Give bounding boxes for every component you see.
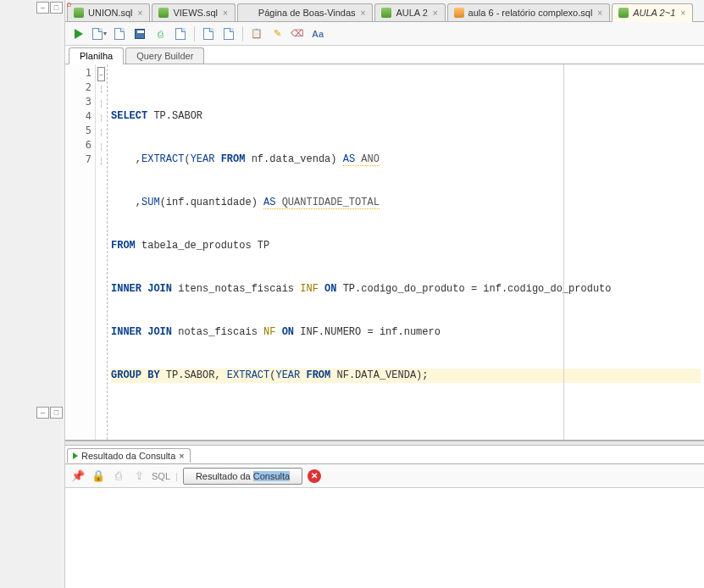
print-icon[interactable]: ⎙	[111, 469, 126, 484]
results-tab[interactable]: Resultado da Consulta ×	[67, 448, 191, 463]
file-tab-strip: UNION.sql × VIEWS.sql × Página de Boas-V…	[65, 0, 704, 22]
file-tab[interactable]: AULA 2 ×	[374, 3, 445, 21]
separator: |	[175, 471, 178, 481]
close-icon[interactable]: ×	[223, 8, 228, 18]
sql-file-icon	[380, 7, 392, 19]
rollback-button[interactable]	[172, 25, 189, 42]
result-status-button[interactable]: Resultado da Consulta	[183, 468, 302, 485]
sql-file-modified-icon	[453, 7, 465, 19]
export-icon[interactable]: ⇪	[131, 469, 147, 484]
file-tab[interactable]: aula 6 - relatório complexo.sql ×	[447, 3, 611, 21]
file-tab[interactable]: VIEWS.sql ×	[152, 3, 235, 21]
line-number-gutter: 1234567	[65, 64, 96, 440]
panel-restore-icon[interactable]: □	[50, 407, 63, 419]
close-icon[interactable]: ×	[179, 451, 184, 461]
subtab-query-builder[interactable]: Query Builder	[125, 47, 204, 64]
tab-label: Página de Boas-Vindas	[258, 8, 356, 18]
pin-icon[interactable]: 📌	[70, 469, 86, 484]
run-button[interactable]	[70, 25, 87, 42]
results-toolbar: 📌 🔒 ⎙ ⇪ SQL | Resultado da Consulta ✕	[65, 464, 704, 488]
explain-plan-button[interactable]	[111, 25, 128, 42]
file-tab[interactable]: UNION.sql ×	[67, 3, 150, 21]
sql-file-icon	[158, 7, 169, 19]
sql-file-icon	[73, 7, 85, 19]
oracle-icon	[243, 7, 255, 19]
results-tab-label: Resultado da Consulta	[81, 451, 175, 461]
subtab-planilha[interactable]: Planilha	[69, 47, 124, 64]
fold-minus-icon[interactable]: −	[97, 67, 105, 81]
lock-icon[interactable]: 🔒	[91, 469, 106, 484]
sql-history-button[interactable]: 📋	[248, 25, 265, 42]
left-side-panel: – □ – □	[0, 0, 65, 588]
run-result-icon	[73, 452, 78, 459]
print-margin	[563, 64, 564, 440]
close-icon[interactable]: ×	[433, 8, 438, 18]
panel-minimize-icon[interactable]: –	[36, 407, 49, 419]
tab-label: aula 6 - relatório complexo.sql	[468, 8, 593, 18]
sql-file-icon	[618, 7, 629, 19]
worksheet-subtab-row: Planilha Query Builder	[65, 46, 704, 64]
results-pane: Resultado da Consulta × 📌 🔒 ⎙ ⇪ SQL | Re…	[65, 446, 704, 588]
fold-gutter[interactable]: − ¦¦¦¦¦¦	[96, 64, 108, 440]
results-grid[interactable]	[65, 488, 704, 588]
panel-restore-icon[interactable]: □	[50, 2, 63, 14]
sql-label: SQL	[152, 471, 170, 481]
erase-button[interactable]: ⌫	[289, 25, 306, 42]
results-tab-row: Resultado da Consulta ×	[65, 446, 704, 464]
code-area[interactable]: SELECT TP.SABOR ,EXTRACT(YEAR FROM nf.da…	[108, 64, 704, 440]
format-button[interactable]: ✎	[269, 25, 285, 42]
tab-label: AULA 2~1	[633, 8, 675, 18]
clear-button[interactable]	[220, 25, 237, 42]
close-icon[interactable]: ×	[597, 8, 602, 18]
commit-button[interactable]: ⎙	[152, 25, 169, 42]
close-icon[interactable]: ×	[680, 8, 685, 18]
unshared-worksheet-button[interactable]	[200, 25, 217, 42]
file-tab[interactable]: Página de Boas-Vindas ×	[237, 3, 374, 21]
error-icon[interactable]: ✕	[308, 469, 321, 483]
worksheet-toolbar: ▾ ⎙ 📋 ✎ ⌫ Aa	[65, 22, 704, 46]
run-script-button[interactable]: ▾	[91, 25, 108, 42]
separator	[194, 26, 195, 42]
close-icon[interactable]: ×	[361, 8, 366, 18]
tab-label: UNION.sql	[88, 8, 133, 18]
tab-label: VIEWS.sql	[173, 8, 218, 18]
autotrace-button[interactable]	[131, 25, 148, 42]
sql-editor[interactable]: 1234567 − ¦¦¦¦¦¦ SELECT TP.SABOR ,EXTRAC…	[65, 64, 704, 441]
separator	[242, 26, 243, 42]
case-button[interactable]: Aa	[309, 25, 326, 42]
tab-label: AULA 2	[396, 8, 427, 18]
close-icon[interactable]: ×	[138, 8, 143, 18]
file-tab-active[interactable]: AULA 2~1 ×	[612, 3, 693, 22]
panel-minimize-icon[interactable]: –	[36, 2, 49, 14]
main-area: UNION.sql × VIEWS.sql × Página de Boas-V…	[65, 0, 704, 588]
